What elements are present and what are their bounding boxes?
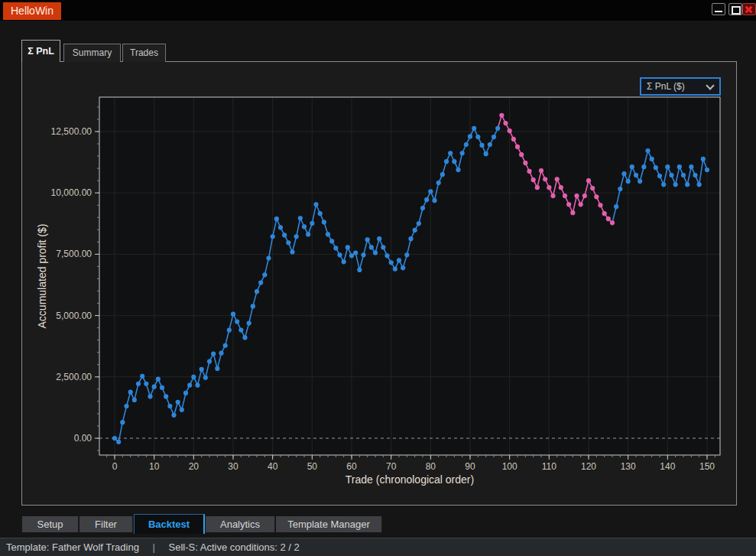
tab-trades[interactable]: Trades (122, 44, 166, 62)
series-selector-value: Σ PnL ($) (647, 81, 685, 92)
minimize-button[interactable] (712, 3, 725, 15)
maximize-button[interactable] (728, 3, 742, 15)
bottom-tab-analytics[interactable]: Analytics (206, 516, 275, 532)
tab-pnl[interactable]: Σ PnL (21, 40, 60, 62)
close-button[interactable] (742, 3, 756, 15)
chevron-down-icon (706, 81, 714, 89)
bottom-tab-template-manager[interactable]: Template Manager (276, 516, 382, 532)
status-bar: Template: Father Wolf Trading | Sell-S: … (0, 538, 756, 556)
maximize-icon (732, 6, 741, 15)
bottom-tab-backtest[interactable]: Backtest (134, 514, 205, 534)
tab-page-panel (21, 61, 737, 506)
title-bar: HelloWin (0, 0, 756, 21)
app-window: HelloWin Σ PnL Summary Trades Σ PnL ($) … (0, 0, 756, 556)
status-template: Template: Father Wolf Trading (6, 541, 139, 553)
app-title: HelloWin (3, 2, 61, 20)
bottom-tab-setup[interactable]: Setup (22, 516, 79, 532)
series-selector-dropdown[interactable]: Σ PnL ($) (640, 77, 721, 96)
status-conditions: Sell-S: Active conditions: 2 / 2 (169, 541, 300, 553)
minimize-icon (715, 11, 722, 12)
bottom-tab-filter[interactable]: Filter (79, 516, 133, 532)
status-separator: | (153, 541, 155, 553)
tab-summary[interactable]: Summary (63, 44, 121, 62)
